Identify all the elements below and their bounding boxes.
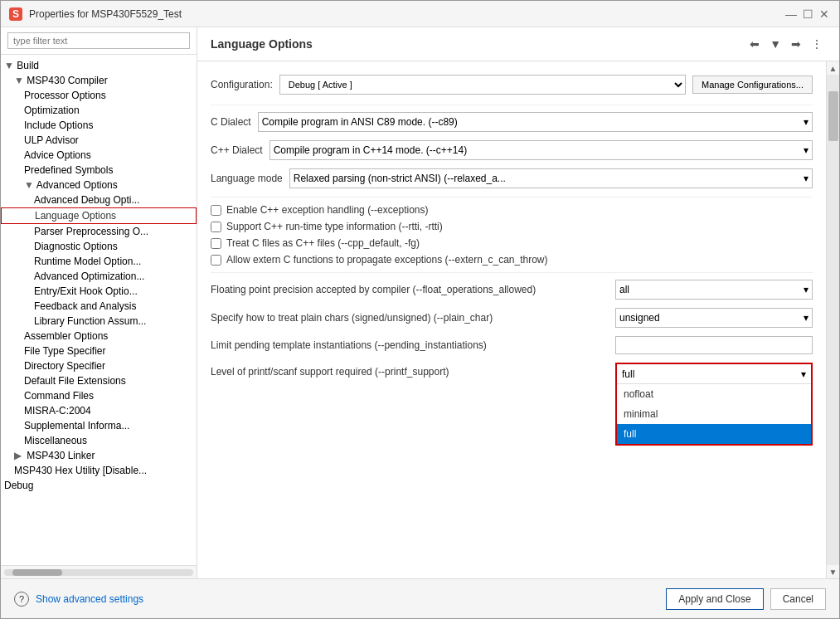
- printf-support-arrow: ▾: [801, 368, 806, 380]
- scroll-up-button[interactable]: ▲: [827, 61, 840, 75]
- panel-body: Configuration: Debug [ Active ] Manage C…: [197, 61, 826, 578]
- back-button[interactable]: ⬅: [746, 36, 763, 52]
- tree-msp430-linker[interactable]: ▶ MSP430 Linker: [1, 448, 197, 463]
- float-precision-arrow: ▾: [804, 284, 808, 295]
- c-dialect-value: Compile program in ANSI C89 mode. (--c89…: [262, 116, 458, 128]
- apply-close-button[interactable]: Apply and Close: [666, 588, 763, 610]
- printf-support-dropdown-open[interactable]: full ▾ nofloat minimal full: [615, 363, 813, 446]
- c-dialect-row: C Dialect Compile program in ANSI C89 mo…: [211, 112, 813, 132]
- forward-button[interactable]: ➡: [788, 36, 804, 52]
- printf-support-options: nofloat minimal full: [617, 384, 811, 444]
- tree-file-type-specifier[interactable]: File Type Specifier: [1, 344, 197, 358]
- extern-c-row: Allow extern C functions to propagate ex…: [211, 254, 813, 266]
- pending-template-input[interactable]: [615, 336, 813, 354]
- rtti-checkbox[interactable]: [211, 222, 221, 232]
- printf-support-selected[interactable]: full ▾: [617, 364, 811, 384]
- float-precision-dropdown[interactable]: all ▾: [615, 280, 813, 300]
- tree-misra-c2004[interactable]: MISRA-C:2004: [1, 403, 197, 418]
- c-dialect-dropdown[interactable]: Compile program in ANSI C89 mode. (--c89…: [258, 112, 813, 132]
- printf-support-value: full: [622, 368, 634, 380]
- rtti-label: Support C++ run-time type information (-…: [226, 221, 443, 232]
- tree-directory-specifier[interactable]: Directory Specifier: [1, 358, 197, 373]
- sidebar: ▼ Build ▼ MSP430 Compiler Processor Opti…: [1, 27, 197, 578]
- panel-title: Language Options: [211, 37, 313, 51]
- pending-template-row: Limit pending template instantiations (-…: [211, 336, 813, 354]
- sidebar-tree: ▼ Build ▼ MSP430 Compiler Processor Opti…: [1, 55, 197, 565]
- app-icon: S: [9, 7, 22, 21]
- c-dialect-label: C Dialect: [211, 116, 251, 128]
- cpp-default-label: Treat C files as C++ files (--cpp_defaul…: [226, 237, 420, 249]
- tree-debug[interactable]: Debug: [1, 478, 197, 493]
- manage-configurations-button[interactable]: Manage Configurations...: [692, 76, 813, 94]
- tree-diagnostic-options[interactable]: Diagnostic Options: [1, 239, 197, 254]
- scroll-thumb[interactable]: [828, 91, 838, 141]
- configuration-select[interactable]: Debug [ Active ]: [279, 75, 686, 95]
- exceptions-checkbox[interactable]: [211, 205, 221, 216]
- bottom-left: ? Show advanced settings: [14, 592, 143, 607]
- language-mode-value: Relaxed parsing (non-strict ANSI) (--rel…: [294, 173, 506, 184]
- scroll-track[interactable]: [827, 75, 839, 565]
- tree-default-file-ext[interactable]: Default File Extensions: [1, 373, 197, 388]
- plain-char-dropdown[interactable]: unsigned ▾: [615, 308, 813, 328]
- language-mode-dropdown[interactable]: Relaxed parsing (non-strict ANSI) (--rel…: [289, 168, 813, 188]
- tree-feedback-analysis[interactable]: Feedback and Analysis: [1, 299, 197, 314]
- show-advanced-link[interactable]: Show advanced settings: [36, 593, 143, 605]
- dropdown-button[interactable]: ▼: [766, 36, 784, 52]
- help-button[interactable]: ?: [14, 592, 29, 607]
- extern-c-label: Allow extern C functions to propagate ex…: [226, 254, 548, 266]
- tree-entry-exit-hook[interactable]: Entry/Exit Hook Optio...: [1, 284, 197, 299]
- close-button[interactable]: ✕: [818, 7, 831, 21]
- tree-language-options[interactable]: Language Options: [1, 207, 197, 224]
- tree-predefined-symbols[interactable]: Predefined Symbols: [1, 163, 197, 178]
- scroll-down-button[interactable]: ▼: [827, 565, 840, 578]
- filter-input[interactable]: [7, 32, 190, 49]
- option-nofloat[interactable]: nofloat: [617, 384, 811, 404]
- float-precision-value: all: [619, 284, 629, 295]
- tree-library-function[interactable]: Library Function Assum...: [1, 314, 197, 329]
- tree-advanced-debug[interactable]: Advanced Debug Opti...: [1, 193, 197, 207]
- exceptions-row: Enable C++ exception handling (--excepti…: [211, 204, 813, 216]
- printf-support-row: Level of printf/scanf support required (…: [211, 363, 813, 446]
- cpp-dialect-label: C++ Dialect: [211, 144, 263, 156]
- cpp-dialect-arrow: ▾: [804, 144, 808, 156]
- maximize-button[interactable]: ☐: [801, 7, 814, 21]
- menu-button[interactable]: ⋮: [808, 36, 826, 52]
- tree-advanced-optimization[interactable]: Advanced Optimization...: [1, 269, 197, 284]
- panel-toolbar: ⬅ ▼ ➡ ⋮: [746, 36, 826, 52]
- bottom-bar: ? Show advanced settings Apply and Close…: [1, 578, 839, 618]
- tree-ulp-advisor[interactable]: ULP Advisor: [1, 133, 197, 148]
- tree-advice-options[interactable]: Advice Options: [1, 148, 197, 163]
- tree-supplemental-info[interactable]: Supplemental Informa...: [1, 418, 197, 433]
- tree-parser-preprocessing[interactable]: Parser Preprocessing O...: [1, 224, 197, 239]
- tree-processor-options[interactable]: Processor Options: [1, 88, 197, 103]
- filter-area: [1, 27, 197, 55]
- tree-include-options[interactable]: Include Options: [1, 118, 197, 133]
- tree-optimization[interactable]: Optimization: [1, 103, 197, 118]
- cpp-default-checkbox[interactable]: [211, 238, 221, 249]
- option-minimal[interactable]: minimal: [617, 404, 811, 424]
- plain-char-value: unsigned: [619, 312, 660, 324]
- cpp-dialect-dropdown[interactable]: Compile program in C++14 mode. (--c++14)…: [269, 140, 813, 160]
- float-precision-row: Floating point precision accepted by com…: [211, 280, 813, 300]
- panel-scrollbar[interactable]: ▲ ▼: [826, 61, 839, 578]
- minimize-button[interactable]: —: [784, 7, 798, 21]
- tree-msp430-compiler[interactable]: ▼ MSP430 Compiler: [1, 73, 197, 88]
- printf-support-label: Level of printf/scanf support required (…: [211, 363, 609, 378]
- window-title: Properties for MSP430F5529_Test: [29, 8, 778, 20]
- tree-runtime-model[interactable]: Runtime Model Option...: [1, 254, 197, 269]
- plain-char-row: Specify how to treat plain chars (signed…: [211, 308, 813, 328]
- option-full[interactable]: full: [617, 424, 811, 444]
- tree-command-files[interactable]: Command Files: [1, 388, 197, 403]
- extern-c-checkbox[interactable]: [211, 255, 221, 266]
- float-precision-label: Floating point precision accepted by com…: [211, 284, 609, 295]
- tree-msp430-hex[interactable]: MSP430 Hex Utility [Disable...: [1, 463, 197, 478]
- tree-assembler-options[interactable]: Assembler Options: [1, 329, 197, 344]
- cpp-dialect-row: C++ Dialect Compile program in C++14 mod…: [211, 140, 813, 160]
- cancel-button[interactable]: Cancel: [770, 588, 826, 610]
- cpp-dialect-value: Compile program in C++14 mode. (--c++14): [274, 144, 467, 156]
- tree-miscellaneous[interactable]: Miscellaneous: [1, 433, 197, 448]
- plain-char-arrow: ▾: [804, 312, 808, 324]
- tree-build[interactable]: ▼ Build: [1, 58, 197, 73]
- tree-advanced-options[interactable]: ▼ Advanced Options: [1, 178, 197, 193]
- sidebar-scrollbar[interactable]: [1, 565, 197, 578]
